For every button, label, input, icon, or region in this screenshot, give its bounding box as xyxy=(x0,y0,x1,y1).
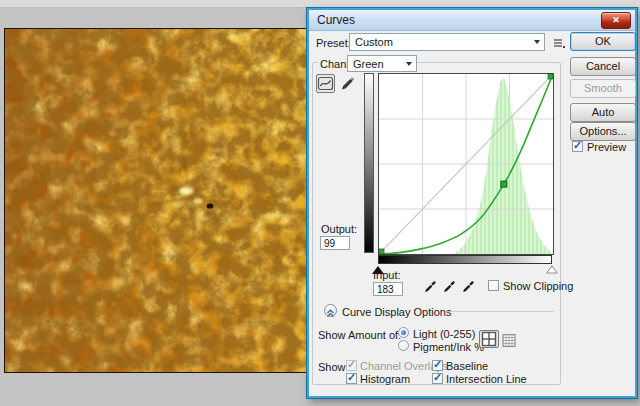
histogram-checkbox[interactable]: ✓ xyxy=(346,373,357,384)
curve-point-icon xyxy=(317,75,334,92)
chevron-down-icon xyxy=(534,40,540,44)
intersection-line-label: Intersection Line xyxy=(446,373,527,385)
output-gradient-bar xyxy=(364,73,374,253)
show-clipping-checkbox[interactable]: ✓ xyxy=(488,280,499,291)
show-clipping-label: Show Clipping xyxy=(503,280,573,292)
dialog-titlebar[interactable]: Curves ✕ xyxy=(309,10,635,31)
auto-button[interactable]: Auto xyxy=(570,103,636,122)
gray-point-eyedropper-icon[interactable] xyxy=(442,278,456,294)
close-button[interactable]: ✕ xyxy=(601,12,631,29)
check-icon: ✓ xyxy=(347,358,356,371)
check-icon: ✓ xyxy=(433,358,442,371)
cancel-button[interactable]: Cancel xyxy=(570,57,636,76)
document-image-solar-surface xyxy=(4,28,307,373)
light-radio-label: Light (0-255) xyxy=(413,328,475,340)
ok-button[interactable]: OK xyxy=(570,32,636,51)
intersection-line-checkbox[interactable]: ✓ xyxy=(432,373,443,384)
input-gradient-bar xyxy=(378,255,552,264)
input-field[interactable]: 183 xyxy=(373,282,403,296)
preset-label: Preset: xyxy=(316,37,351,49)
curves-dialog: Curves ✕ Preset: Custom OK Cancel Smooth… xyxy=(307,8,637,398)
preview-label: Preview xyxy=(587,141,626,153)
black-point-eyedropper-icon[interactable] xyxy=(423,278,437,294)
edit-points-tool-button[interactable] xyxy=(316,74,335,93)
preset-value: Custom xyxy=(355,36,393,48)
close-icon: ✕ xyxy=(612,15,620,25)
baseline-checkbox[interactable]: ✓ xyxy=(432,360,443,371)
white-point-slider[interactable] xyxy=(546,265,558,274)
channel-overlays-checkbox: ✓ xyxy=(346,360,357,371)
preset-dropdown[interactable]: Custom xyxy=(349,33,545,51)
smooth-button: Smooth xyxy=(570,79,636,98)
pigment-radio-label: Pigment/Ink % xyxy=(413,341,484,353)
quarter-grid-icon xyxy=(480,331,498,347)
pigment-radio[interactable] xyxy=(398,340,409,351)
header-divider xyxy=(447,311,554,312)
simple-grid-button[interactable] xyxy=(479,330,499,348)
workspace-top-strip xyxy=(0,0,640,8)
draw-curve-tool-button[interactable] xyxy=(338,74,356,93)
channel-dropdown[interactable]: Green xyxy=(347,55,417,72)
show-amount-label: Show Amount of: xyxy=(318,329,401,341)
pencil-icon xyxy=(339,75,355,92)
baseline-label: Baseline xyxy=(446,360,488,372)
photoshop-canvas: Curves ✕ Preset: Custom OK Cancel Smooth… xyxy=(0,0,640,406)
preset-menu-button[interactable] xyxy=(550,35,567,50)
check-icon: ✓ xyxy=(347,371,356,384)
preset-menu-icon xyxy=(551,37,566,50)
histogram-label: Histogram xyxy=(360,373,410,385)
show-label: Show: xyxy=(318,361,349,373)
fine-grid-icon xyxy=(502,334,516,347)
channel-value: Green xyxy=(353,58,384,70)
curve-grid[interactable] xyxy=(378,73,554,255)
detailed-grid-button[interactable] xyxy=(501,332,517,347)
output-label: Output: xyxy=(321,223,357,235)
light-radio[interactable] xyxy=(398,327,409,338)
sunspot xyxy=(207,203,214,208)
dialog-title: Curves xyxy=(317,13,355,27)
input-label: Input: xyxy=(373,269,401,281)
chevron-down-icon xyxy=(406,62,412,66)
output-field[interactable]: 99 xyxy=(320,236,350,250)
check-icon: ✓ xyxy=(573,139,582,152)
white-point-eyedropper-icon[interactable] xyxy=(461,278,475,294)
collapse-options-button[interactable] xyxy=(324,304,337,317)
check-icon: ✓ xyxy=(433,371,442,384)
tone-curve-chart xyxy=(379,74,553,254)
double-chevron-up-icon xyxy=(325,308,336,319)
radio-dot-icon xyxy=(401,330,406,335)
preview-checkbox[interactable]: ✓ xyxy=(572,141,583,152)
solar-surface-render xyxy=(5,29,306,372)
curve-display-options-header: Curve Display Options xyxy=(342,306,451,318)
